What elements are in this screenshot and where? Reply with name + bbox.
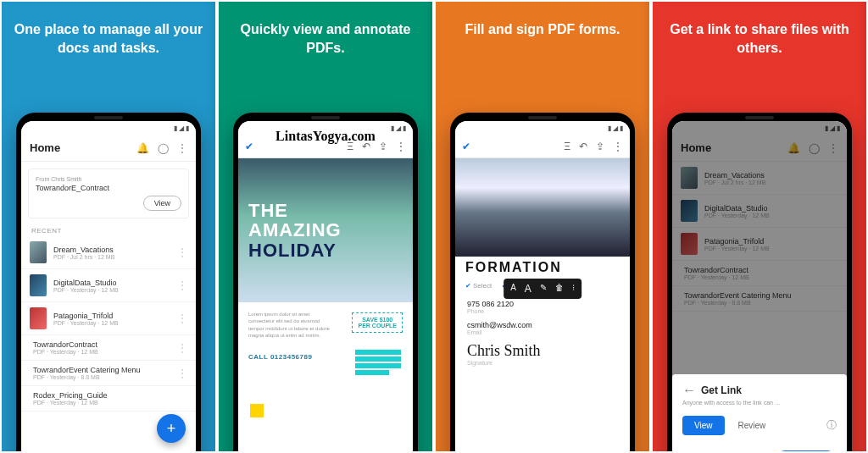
email-value[interactable]: csmith@wsdw.com <box>467 321 618 329</box>
sticky-note-icon[interactable] <box>250 404 264 417</box>
viewer-topbar: ✔ Ξ ↶ ⇪ ⋮ <box>455 135 630 158</box>
review-mode-button[interactable]: Review <box>732 416 773 435</box>
panel-share: Get a link to share files with others. ▮… <box>653 2 866 451</box>
card-file-title: TowrandorE_Contract <box>36 184 181 192</box>
phone-mockup: ▮ ◢ ▮ ✔ Ξ ↶ ⇪ ⋮ THE AMAZING HOLIDAY <box>233 113 418 451</box>
share-icon[interactable]: ⇪ <box>596 141 604 152</box>
text-settings-icon[interactable]: Ξ <box>347 141 353 152</box>
format-popup: A A ✎ 🗑 ⁝ <box>504 279 581 299</box>
row-more-icon[interactable]: ⋮ <box>177 246 187 258</box>
headline: Fill and sign PDF forms. <box>456 20 628 39</box>
share-sheet: ← Get Link Anyone with access to the lin… <box>672 374 847 451</box>
undo-icon[interactable]: ↶ <box>362 141 370 152</box>
phone-mockup: ▮ ◢ ▮ Home 🔔 ◯ ⋮ From Chris Smith Towran… <box>16 113 201 451</box>
list-item[interactable]: Dream_Vacations PDF · Jul 2 hrs · 12 MB … <box>21 236 196 269</box>
promo-box: SAVE $100 PER COUPLE <box>352 312 403 333</box>
phone-value[interactable]: 975 086 2120 <box>467 300 618 308</box>
body-text: Lorem ipsum dolor sit amet consectetur e… <box>248 311 333 340</box>
view-button[interactable]: View <box>143 196 181 211</box>
form-body: 975 086 2120 Phone csmith@wsdw.com Email… <box>455 293 630 373</box>
copy-link-button[interactable]: Copy Link <box>776 450 837 451</box>
avatar-icon[interactable]: ◯ <box>158 142 169 154</box>
font-smaller-icon[interactable]: A <box>510 283 516 295</box>
row-more-icon[interactable]: ⋮ <box>177 279 187 291</box>
bell-icon[interactable]: 🔔 <box>136 142 149 154</box>
panel-annotate: Quickly view and annotate PDFs. LintasYo… <box>219 2 432 451</box>
page-title: Home <box>30 141 60 154</box>
document-body: Lorem ipsum dolor sit amet consectetur e… <box>238 302 413 451</box>
info-icon[interactable]: ⓘ <box>826 418 837 433</box>
font-larger-icon[interactable]: A <box>525 283 531 295</box>
status-bar: ▮ ◢ ▮ <box>21 121 196 135</box>
phone-mockup: ▮ ◢ ▮ Home 🔔 ◯ ⋮ Dream_VacationsPDF · Ju… <box>667 113 852 451</box>
headline: Get a link to share files with others. <box>653 20 866 57</box>
viewer-topbar: ✔ Ξ ↶ ⇪ ⋮ <box>238 135 413 158</box>
list-item[interactable]: DigitalData_Studio PDF · Yesterday · 12 … <box>21 269 196 302</box>
phone-label: Phone <box>467 308 618 314</box>
back-icon[interactable]: ← <box>682 383 696 398</box>
shared-card: From Chris Smith TowrandorE_Contract Vie… <box>28 168 189 218</box>
list-item[interactable]: TowrandorContract PDF · Yesterday · 12 M… <box>21 335 196 361</box>
signature-value[interactable]: Chris Smith <box>467 342 618 360</box>
edit-icon[interactable]: ✎ <box>540 283 547 295</box>
highlight-annotation[interactable] <box>355 350 401 375</box>
phone-mockup: ▮ ◢ ▮ ✔ Ξ ↶ ⇪ ⋮ FORMATION ✔Select ✔Media… <box>450 113 635 451</box>
headline: Quickly view and annotate PDFs. <box>219 20 432 57</box>
row-more-icon[interactable]: ⋮ <box>177 367 187 379</box>
hero-image <box>455 158 630 257</box>
more-icon[interactable]: ⋮ <box>613 141 623 152</box>
list-item[interactable]: Rodex_Pricing_Guide PDF · Yesterday · 12… <box>21 386 196 412</box>
text-settings-icon[interactable]: Ξ <box>564 141 570 152</box>
row-more-icon[interactable]: ⋮ <box>177 312 187 324</box>
view-mode-button[interactable]: View <box>682 416 725 435</box>
status-bar: ▮ ◢ ▮ <box>238 121 413 135</box>
thumbnail-icon <box>30 307 47 329</box>
sheet-title: Get Link <box>701 384 742 396</box>
panel-manage: One place to manage all your docs and ta… <box>2 2 215 451</box>
more-icon[interactable]: ⋮ <box>396 141 406 152</box>
list-item[interactable]: TowrandorEvent Catering Menu PDF · Yeste… <box>21 361 196 386</box>
hero-image: THE AMAZING HOLIDAY <box>238 158 413 302</box>
section-recent: RECENT <box>21 222 196 236</box>
app-header: Home 🔔 ◯ ⋮ <box>21 135 196 162</box>
delete-icon[interactable]: 🗑 <box>555 283 564 295</box>
signature-label: Signature <box>467 360 618 366</box>
fab-add-button[interactable]: + <box>157 414 186 443</box>
thumbnail-icon <box>30 241 47 263</box>
undo-icon[interactable]: ↶ <box>579 141 587 152</box>
more-icon[interactable]: ⋮ <box>177 142 187 154</box>
tab-select[interactable]: ✔Select <box>465 282 492 290</box>
headline: One place to manage all your docs and ta… <box>2 20 215 57</box>
panel-fill-sign: Fill and sign PDF forms. ▮ ◢ ▮ ✔ Ξ ↶ ⇪ ⋮… <box>436 2 649 451</box>
done-icon[interactable]: ✔ <box>245 141 253 152</box>
thumbnail-icon <box>30 274 47 296</box>
sheet-subtitle: Anyone with access to the link can … <box>682 400 837 406</box>
row-more-icon[interactable]: ⋮ <box>177 342 187 354</box>
share-icon[interactable]: ⇪ <box>379 141 387 152</box>
done-icon[interactable]: ✔ <box>462 141 470 152</box>
form-title: FORMATION <box>455 257 630 279</box>
card-from-label: From Chris Smith <box>36 176 181 182</box>
list-item[interactable]: Patagonia_Trifold PDF · Yesterday · 12 M… <box>21 302 196 335</box>
popup-more-icon[interactable]: ⁝ <box>572 283 575 295</box>
status-bar: ▮ ◢ ▮ <box>455 121 630 135</box>
email-label: Email <box>467 329 618 335</box>
